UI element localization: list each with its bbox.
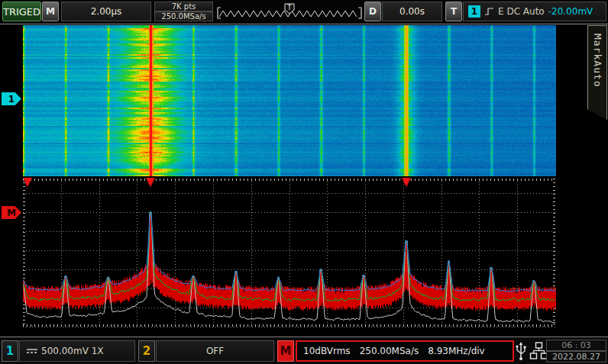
math-scale-value: 10dBVrms (303, 346, 351, 356)
markauto-menu-tab[interactable]: MarkAuto (587, 25, 607, 120)
trigger-status-badge: TRIGED (2, 2, 41, 21)
dc-coupling-icon (26, 346, 38, 356)
channel2-settings-box[interactable]: OFF (156, 340, 274, 362)
right-bracket-icon (358, 8, 361, 18)
bottom-status-bar: 1 500.00mV 1X 2 OFF M 10dBVrms 250.00MSa… (0, 337, 608, 364)
channel1-position-marker[interactable]: 1 (2, 92, 21, 105)
channel1-settings-box[interactable]: 500.00mV 1X (19, 340, 135, 362)
trigger-menu-button[interactable]: T (445, 2, 462, 21)
spectrum-plot (23, 176, 556, 336)
channel2-status-value: OFF (206, 346, 224, 356)
peak-mark-triangle (402, 178, 411, 187)
channel2-badge[interactable]: 2 (138, 340, 155, 362)
peak-mark-triangle (146, 178, 155, 187)
trigger-flag-letter: T (287, 5, 292, 11)
math-position-marker[interactable]: M (2, 206, 21, 219)
acquisition-readout: 7K pts 250.0MSa/s (154, 2, 213, 21)
usb-icon (516, 341, 526, 361)
trigger-level-value: -20.00mV (548, 6, 593, 17)
sample-rate-label: 250.0MSa/s (154, 11, 213, 21)
markauto-menu-label: MarkAuto (592, 34, 603, 88)
peak-mark-triangle (23, 178, 32, 187)
trigger-mode-label: E DC Auto (498, 6, 545, 17)
clock-date: 2022.08.27 (546, 351, 606, 362)
trigger-source-badge: 1 (468, 5, 480, 18)
trigger-settings-readout[interactable]: 1 E DC Auto -20.00mV (463, 2, 606, 21)
math-badge[interactable]: M (277, 340, 294, 362)
clock-time: 06 : 03 (546, 340, 606, 351)
memory-position-indicator[interactable]: T (216, 2, 364, 21)
memory-depth-label: 7K pts (154, 2, 213, 11)
spectrogram-plot (23, 25, 556, 176)
clock-box: 06 : 03 2022.08.27 (546, 340, 606, 362)
oscilloscope-screen: TRIGED M 2.00µs 7K pts 250.0MSa/s T D 0.… (0, 0, 608, 364)
channel1-badge[interactable]: 1 (2, 340, 18, 362)
channel1-scale-value: 500.00mV 1X (41, 346, 104, 356)
delay-button[interactable]: D (364, 2, 381, 21)
math-samplerate-value: 250.00MSa/s (360, 346, 419, 356)
delay-readout[interactable]: 0.00s (382, 2, 442, 21)
timebase-readout[interactable]: 2.00µs (61, 2, 151, 21)
rising-edge-icon (484, 6, 494, 17)
math-settings-box[interactable]: 10dBVrms 250.00MSa/s 8.93MHz/div (296, 340, 514, 362)
horizontal-menu-button[interactable]: M (42, 2, 59, 21)
top-status-bar: TRIGED M 2.00µs 7K pts 250.0MSa/s T D 0.… (0, 0, 608, 24)
math-span-value: 8.93MHz/div (428, 346, 485, 356)
